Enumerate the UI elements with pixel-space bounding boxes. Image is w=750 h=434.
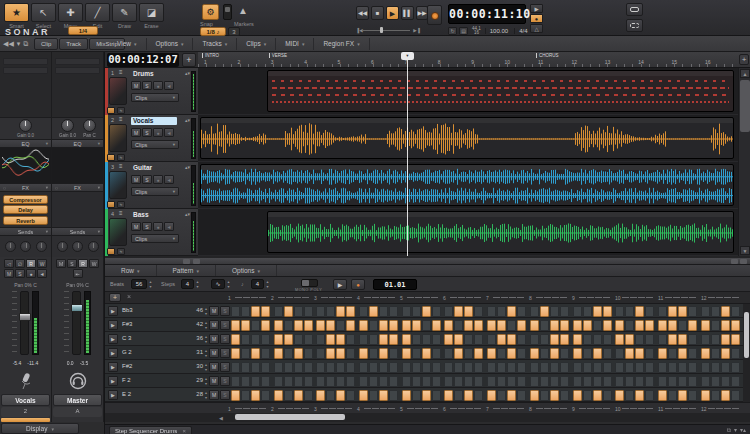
sends-header[interactable]: Sends▾ [0,227,51,236]
step-cell[interactable] [635,362,644,373]
step-cell[interactable] [635,348,644,359]
step-cell[interactable] [284,362,293,373]
clip-row-drums[interactable] [198,68,738,115]
step-cell[interactable] [336,348,345,359]
step-cell[interactable] [444,306,453,317]
stepseq-record-button[interactable]: ● [351,279,365,290]
step-cell[interactable] [389,376,398,387]
step-cell[interactable] [359,348,368,359]
step-cell[interactable] [402,348,411,359]
fader-thumb[interactable] [19,313,31,321]
clips-area[interactable] [198,68,738,256]
step-cell[interactable] [422,320,431,331]
row-step-cells[interactable] [231,360,743,374]
step-cell[interactable] [658,334,667,345]
step-cell[interactable] [444,320,453,331]
step-cell[interactable] [517,376,526,387]
step-cell[interactable] [304,348,313,359]
step-cell[interactable] [336,334,345,345]
step-cell[interactable] [688,320,697,331]
step-cell[interactable] [678,348,687,359]
step-cell[interactable] [412,334,421,345]
step-cell[interactable] [369,334,378,345]
eq-graph[interactable] [0,148,51,183]
fx-compressor[interactable]: Compressor [3,195,48,204]
step-cell[interactable] [517,390,526,401]
step-cell[interactable] [507,390,516,401]
step-cell[interactable] [603,334,612,345]
scroll-up-icon[interactable]: ▲ [740,69,750,78]
step-cell[interactable] [658,306,667,317]
step-cell[interactable] [517,348,526,359]
step-cell[interactable] [316,376,325,387]
step-cell[interactable] [316,362,325,373]
strip-button-●[interactable]: ● [26,269,36,278]
row-preview-button[interactable]: ▶ [108,376,118,386]
sends-header[interactable]: Sends▾ [52,227,103,236]
step-cell[interactable] [517,320,526,331]
step-cell[interactable] [346,348,355,359]
rewind-button[interactable]: ◀◀ [356,6,369,20]
step-cell[interactable] [560,362,569,373]
step-cell[interactable] [454,348,463,359]
step-cell[interactable] [389,390,398,401]
fx-bin[interactable] [52,192,103,227]
stepseq-menu-options[interactable]: Options▾ [216,265,277,276]
step-cell[interactable] [251,362,260,373]
step-cell[interactable] [402,362,411,373]
step-cell[interactable] [615,306,624,317]
step-cell[interactable] [678,320,687,331]
step-cell[interactable] [668,376,677,387]
strip-button-◁[interactable]: ◁ [4,259,14,268]
step-cell[interactable] [422,376,431,387]
step-cell[interactable] [721,348,730,359]
input-echo-button[interactable]: ◄ [164,128,174,137]
step-cell[interactable] [304,376,313,387]
step-cell[interactable] [701,320,710,331]
step-cell[interactable] [464,348,473,359]
row-solo-button[interactable]: S [220,376,230,386]
step-cell[interactable] [688,362,697,373]
step-cell[interactable] [497,348,506,359]
step-cell[interactable] [274,348,283,359]
step-cell[interactable] [507,334,516,345]
step-cell[interactable] [274,334,283,345]
track-display-dropdown[interactable]: Clips▾ [131,187,179,196]
chevron-down-icon[interactable]: ▾ [17,39,21,49]
step-cell[interactable] [507,376,516,387]
row-preview-button[interactable]: ▶ [108,334,118,344]
step-cell[interactable] [711,348,720,359]
step-cell[interactable] [402,376,411,387]
step-cell[interactable] [625,390,634,401]
step-cell[interactable] [359,306,368,317]
steps-value[interactable]: 4 [181,279,194,289]
step-cell[interactable] [603,376,612,387]
beats-spinner[interactable]: ▴▾ [148,279,153,289]
step-cell[interactable] [530,320,539,331]
power-icon[interactable]: ○ [55,184,58,192]
step-cell[interactable] [573,390,582,401]
track-name[interactable]: Bass [131,211,177,219]
gain-knob[interactable] [19,119,32,132]
menu-tracks[interactable]: Tracks▾ [193,38,237,50]
step-cell[interactable] [231,362,240,373]
step-cell[interactable] [668,320,677,331]
step-cell[interactable] [560,348,569,359]
input-echo-button[interactable]: ◄ [164,81,174,90]
clip-color-icon[interactable] [107,201,115,208]
beats-value[interactable]: 56 [131,279,147,289]
dock-maximize-icon[interactable] [731,259,738,264]
step-cell[interactable] [497,390,506,401]
step-cell[interactable] [645,390,654,401]
step-cell[interactable] [593,376,602,387]
step-cell[interactable] [274,320,283,331]
row-mute-button[interactable]: M [209,362,219,372]
send-knob[interactable] [72,241,83,252]
step-cell[interactable] [444,362,453,373]
step-cell[interactable] [701,390,710,401]
stepseq-menu-row[interactable]: Row▾ [105,265,157,276]
step-cell[interactable] [721,306,730,317]
add-row-button[interactable]: + [109,293,121,302]
step-cell[interactable] [432,306,441,317]
step-cell[interactable] [261,362,270,373]
